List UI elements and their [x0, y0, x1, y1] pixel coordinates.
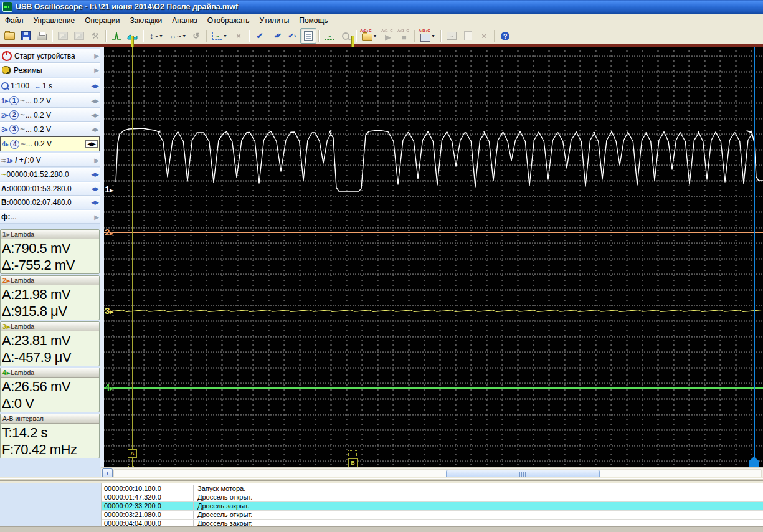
trigger-level-value[interactable]: 0 V [30, 156, 95, 164]
menu-control[interactable]: Управление [29, 15, 80, 26]
pane-splitter[interactable] [0, 477, 763, 483]
scale-stepper[interactable]: ◀▶ [91, 83, 98, 89]
notes-button[interactable] [300, 28, 316, 44]
measure-panel-header[interactable]: A-B интервал [1, 414, 99, 424]
sidebar-item-scale[interactable]: 1:100 ↔ 1 s ◀▶ [0, 78, 100, 93]
zoom-ratio-value[interactable]: 1:100 [11, 82, 29, 90]
copy-image-button[interactable] [55, 28, 71, 44]
report-page-button[interactable] [460, 28, 476, 44]
edit-image-button[interactable]: ⚒ [87, 28, 103, 44]
channel-marker-4[interactable]: 4▸ [105, 382, 113, 393]
marker-a-stepper[interactable]: ◀▶ [91, 186, 98, 192]
abc-open-button[interactable]: A:B+C▼ [359, 28, 380, 44]
select-fragment-button[interactable]: ~▼ [209, 28, 230, 44]
scrollbar-track[interactable] [113, 469, 762, 478]
fragment-frame-button[interactable]: ~ [321, 28, 338, 44]
expand-arrow-icon[interactable]: ▶ [94, 157, 98, 164]
sweep-value[interactable]: 1 s [42, 82, 91, 90]
measure-panel-header[interactable]: 3▸ Lambda [1, 322, 99, 331]
event-row[interactable]: 00000:03:21.080.0 Дроссель открыт. [102, 511, 763, 520]
title-bar[interactable]: USB Oscilloscope - I:\ \21 июня 2014\O2 … [0, 0, 763, 14]
sidebar-item-start-device[interactable]: Старт устройства ▶ [0, 49, 100, 63]
undo-button[interactable]: ↺ [188, 28, 204, 44]
marker-b-stepper[interactable]: ◀▶ [91, 199, 98, 206]
abc-panel-button[interactable]: A:B+C▼ [417, 28, 438, 44]
channel-stepper[interactable]: ◀▶ [85, 140, 98, 148]
event-row[interactable]: 00000:01:47.320.0 Дроссель открыт. [102, 493, 763, 502]
marker-b-flag[interactable]: B [348, 458, 358, 467]
event-row[interactable]: 00000:00:10.180.0 Запуск мотора. [102, 485, 763, 493]
menu-bookmarks[interactable]: Закладки [125, 15, 167, 26]
sidebar-item-position[interactable]: ~ 00000:01:52.280.0 ◀▶ [0, 168, 100, 181]
measure-panel-header[interactable]: 2▸ Lambda [1, 276, 99, 285]
sidebar-channel-1[interactable]: 1▸ 1 ~ ... 0.2 V ◀▶ [0, 93, 100, 108]
triangle-icon: ▸ [110, 308, 113, 315]
menu-analysis[interactable]: Анализ [167, 15, 202, 26]
print-button[interactable] [34, 28, 50, 44]
vertical-scale-button[interactable]: ↕~▼ [146, 28, 167, 44]
abc-play-button[interactable]: A:B+C▶ [380, 28, 396, 44]
channel-range-value[interactable]: ... 0.2 V [26, 125, 91, 134]
position-stepper[interactable]: ◀▶ [91, 171, 98, 178]
event-text: Дроссель открыт. [194, 493, 763, 501]
menu-operations[interactable]: Операции [80, 15, 125, 26]
help-button[interactable]: ? [497, 28, 513, 44]
channel-stepper[interactable]: ◀▶ [91, 126, 98, 133]
sidebar-item-phase[interactable]: ф: ... ▶ [0, 210, 100, 224]
sidebar-item-modes[interactable]: Режимы ▶ [0, 63, 100, 77]
sidebar-item-marker-a[interactable]: A: 00000:01:53.280.0 ◀▶ [0, 182, 100, 196]
channel-marker-3[interactable]: 3▸ [105, 306, 113, 316]
bookmark-marker-b-tick[interactable] [351, 36, 354, 47]
horizontal-scale-button[interactable]: ↔~▼ [167, 28, 188, 44]
position-value[interactable]: 00000:01:52.280.0 [7, 170, 92, 179]
phase-value[interactable]: ... [11, 212, 95, 221]
channel-range-value[interactable]: ... 0.2 V [26, 111, 91, 120]
channel-range-value[interactable]: ... 0.2 V [26, 140, 84, 148]
sidebar-item-trigger[interactable]: ≈ 1▸ / +ƒ: 0 V ▶ [0, 153, 100, 167]
delete-result-button[interactable]: × [476, 28, 492, 44]
marker-b-value[interactable]: 00000:02:07.480.0 [9, 198, 91, 207]
menu-file[interactable]: Файл [0, 15, 29, 26]
event-row-selected[interactable]: 00000:02:33.200.0 Дросель закрыт. [102, 502, 763, 511]
measure-panel-header[interactable]: 4▸ Lambda [1, 368, 99, 378]
sidebar-item-marker-b[interactable]: B: 00000:02:07.480.0 ◀▶ [0, 196, 100, 209]
open-file-button[interactable] [1, 28, 17, 44]
confirm-button[interactable]: ✔ [252, 28, 268, 44]
delete-fragment-button[interactable]: × [230, 28, 247, 44]
save-button[interactable] [17, 28, 34, 44]
marker-b-line[interactable] [353, 47, 353, 467]
channel-range-value[interactable]: ... 0.2 V [26, 97, 91, 105]
measure-panel-header[interactable]: 1▸ Lambda [1, 230, 99, 239]
triangle-icon: ▸ [5, 97, 8, 104]
result-chart-button[interactable]: ~ [443, 28, 460, 44]
marker-a-flag[interactable]: A [128, 449, 137, 458]
double-check-icon: ✔✔ [274, 32, 278, 40]
sidebar-channel-4-selected[interactable]: 4▸ 4 ~ ... 0.2 V ◀▶ [0, 136, 100, 151]
scope-screen[interactable]: 1▸ 2▸ 3▸ 4▸ A B [104, 47, 763, 467]
abc-stop-button[interactable]: A:B+C■ [396, 28, 412, 44]
bookmark-marker-a-tick[interactable] [131, 36, 134, 47]
measure-value-delta: Δ:0 V [2, 395, 99, 412]
channel-marker-2[interactable]: 2▸ [105, 227, 113, 238]
sidebar-channel-3[interactable]: 3▸ 3 ~ ... 0.2 V ◀▶ [0, 122, 100, 136]
measure-value-t: T:14.2 s [2, 424, 99, 441]
channel-stepper[interactable]: ◀▶ [91, 112, 98, 118]
triangle-icon: ▸ [10, 157, 13, 164]
channel-stepper[interactable]: ◀▶ [91, 98, 98, 104]
expand-arrow-icon[interactable]: ▶ [94, 214, 98, 221]
impulse-view-button[interactable] [108, 28, 125, 44]
paste-image-button[interactable] [71, 28, 87, 44]
expand-arrow-icon[interactable]: ▶ [94, 67, 98, 74]
sidebar-channel-2[interactable]: 2▸ 2 ~ ... 0.2 V ◀▶ [0, 108, 100, 122]
sweep-icon: ↔ [34, 82, 41, 90]
expand-arrow-icon[interactable]: ▶ [94, 52, 98, 59]
marker-a-line[interactable] [132, 47, 133, 467]
menu-utilities[interactable]: Утилиты [255, 15, 295, 26]
menu-display[interactable]: Отображать [202, 15, 255, 26]
confirm-all-button[interactable]: ✔✔ [268, 28, 284, 44]
confirm-next-button[interactable]: ✔› [284, 28, 300, 44]
position-cursor-line[interactable] [754, 47, 755, 467]
channel-marker-1[interactable]: 1▸ [105, 184, 113, 195]
menu-help[interactable]: Помощь [294, 15, 333, 26]
marker-a-value[interactable]: 00000:01:53.280.0 [9, 184, 91, 193]
